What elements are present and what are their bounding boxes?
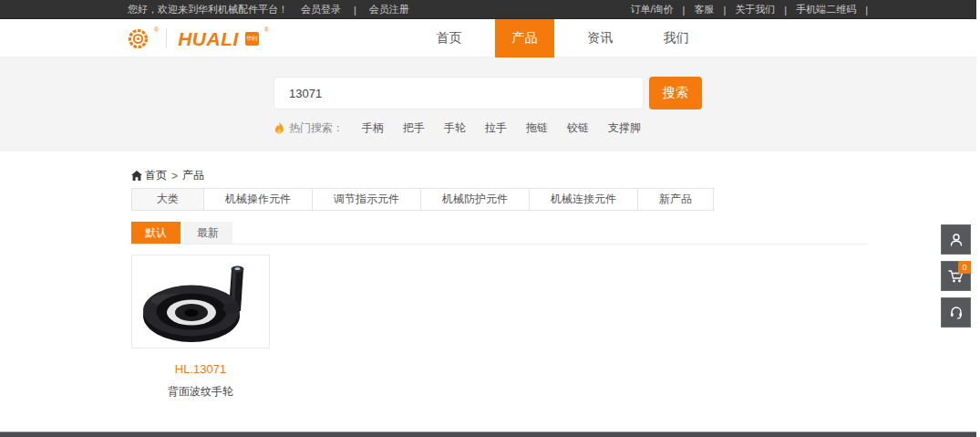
main-content: 首页 > 产品 大类 机械操作元件 调节指示元件 机械防护元件 机械连接元件 新…: [128, 151, 868, 432]
separator: |: [865, 5, 868, 16]
floating-toolbar: 0: [941, 224, 971, 334]
registered-mark: ®: [264, 26, 269, 33]
nav-news[interactable]: 资讯: [571, 19, 630, 57]
registered-mark: ®: [154, 26, 159, 33]
handwheel-product-image: [137, 258, 264, 345]
customer-service-button[interactable]: [941, 297, 971, 328]
sort-tab-default[interactable]: 默认: [131, 222, 181, 244]
breadcrumb-home[interactable]: 首页: [145, 168, 167, 183]
headset-icon: [949, 306, 964, 320]
product-name[interactable]: 背面波纹手轮: [131, 384, 270, 400]
hot-search-label: 热门搜索：: [289, 120, 344, 136]
account-button[interactable]: [941, 224, 971, 255]
search-section: 搜索 热门搜索： 手柄 把手 手轮 拉手 拖链 铰链 支撑脚: [0, 57, 976, 151]
search-button[interactable]: 搜索: [649, 77, 702, 109]
category-tab-indicating[interactable]: 调节指示元件: [312, 188, 421, 211]
main-nav: 首页 产品 资讯 我们: [419, 19, 722, 57]
separator: |: [354, 5, 356, 16]
register-link[interactable]: 会员注册: [369, 3, 409, 16]
topbar: 您好，欢迎来到华利机械配件平台！ 会员登录 | 会员注册 订单/询价 | 客服 …: [0, 0, 976, 19]
breadcrumb-current: 产品: [182, 168, 204, 183]
category-tab-operating[interactable]: 机械操作元件: [203, 188, 313, 211]
service-link[interactable]: 客服: [694, 3, 714, 16]
breadcrumb: 首页 > 产品: [131, 168, 204, 183]
hot-term[interactable]: 手柄: [362, 120, 384, 136]
nav-products[interactable]: 产品: [495, 19, 554, 57]
brand-logo[interactable]: ® HUALI 华利 ®: [128, 19, 337, 57]
search-input[interactable]: [273, 77, 644, 109]
product-image[interactable]: [131, 255, 270, 349]
separator: |: [784, 5, 787, 16]
mobile-qrcode-link[interactable]: 手机端二维码: [796, 3, 856, 16]
home-icon: [131, 171, 142, 181]
category-tab-all[interactable]: 大类: [131, 188, 204, 211]
divider-line: [128, 244, 868, 245]
welcome-text: 您好，欢迎来到华利机械配件平台！: [128, 3, 288, 16]
category-tab-protection[interactable]: 机械防护元件: [420, 188, 530, 211]
category-tab-connecting[interactable]: 机械连接元件: [529, 188, 638, 211]
login-link[interactable]: 会员登录: [301, 3, 341, 16]
hot-term[interactable]: 把手: [403, 120, 425, 136]
product-card[interactable]: HL.13071 背面波纹手轮: [131, 255, 270, 400]
user-icon: [949, 233, 964, 247]
category-tabs: 大类 机械操作元件 调节指示元件 机械防护元件 机械连接元件 新产品: [131, 188, 714, 211]
separator: |: [683, 5, 686, 16]
nav-home[interactable]: 首页: [419, 19, 479, 57]
brand-seal: 华利: [245, 32, 259, 46]
breadcrumb-separator: >: [171, 170, 178, 182]
hot-term[interactable]: 拖链: [526, 120, 548, 136]
page: 您好，欢迎来到华利机械配件平台！ 会员登录 | 会员注册 订单/询价 | 客服 …: [0, 0, 976, 437]
brand-name: HUALI: [178, 29, 239, 48]
logo-divider: [166, 28, 167, 48]
separator: |: [723, 5, 726, 16]
cart-button[interactable]: 0: [941, 261, 971, 291]
flame-icon: [273, 121, 285, 135]
hot-term[interactable]: 铰链: [567, 120, 589, 136]
orders-link[interactable]: 订单/询价: [631, 3, 674, 16]
handwheel-logo-icon: [128, 28, 149, 49]
hot-term[interactable]: 手轮: [444, 120, 466, 136]
nav-about[interactable]: 我们: [646, 19, 706, 57]
header: ® HUALI 华利 ® 首页 产品 资讯 我们: [0, 19, 976, 57]
hot-term[interactable]: 支撑脚: [608, 120, 641, 136]
footer-strip: [0, 432, 976, 437]
product-code[interactable]: HL.13071: [131, 362, 270, 376]
about-link[interactable]: 关于我们: [735, 3, 775, 16]
sort-tabs: 默认 最新: [131, 222, 235, 244]
hot-term[interactable]: 拉手: [485, 120, 507, 136]
sort-tab-newest[interactable]: 最新: [183, 222, 232, 244]
cart-count-badge: 0: [958, 261, 971, 274]
category-tab-new[interactable]: 新产品: [637, 188, 714, 211]
